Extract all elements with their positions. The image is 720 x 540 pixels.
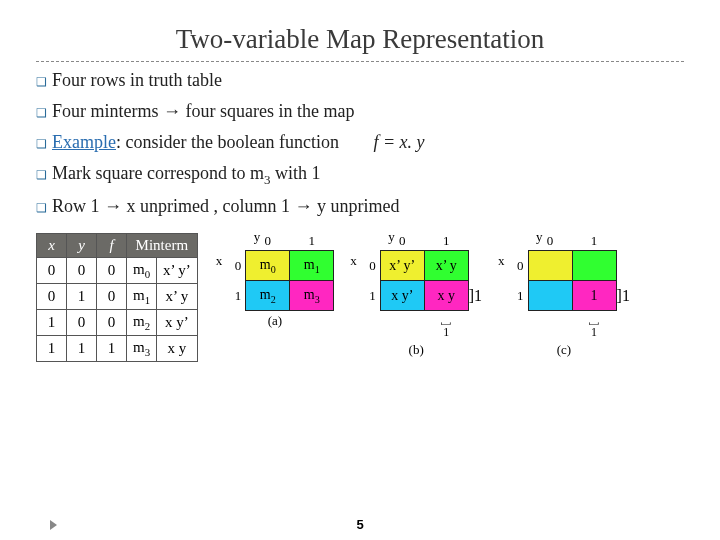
slide-title: Two-variable Map Representation bbox=[36, 24, 684, 55]
page-number: 5 bbox=[356, 517, 363, 532]
cell: 0 bbox=[67, 257, 97, 283]
kmap-cell: x’ y bbox=[424, 251, 468, 281]
example-keyword: Example bbox=[52, 132, 116, 152]
bullet-2: ❑ Four minterms → four squares in the ma… bbox=[36, 101, 684, 124]
square-bullet-icon: ❑ bbox=[36, 197, 47, 219]
cell: 1 bbox=[67, 283, 97, 309]
square-bullet-icon: ❑ bbox=[36, 71, 47, 93]
bullet-4-post: with 1 bbox=[270, 163, 320, 183]
table-row: 1 0 0 m2 x y’ bbox=[37, 309, 198, 335]
bullet-4: ❑ Mark square correspond to m3 with 1 bbox=[36, 163, 684, 188]
bullet-4-pre: Mark square correspond to m bbox=[52, 163, 264, 183]
bullet-3: ❑ Example: consider the boolean function… bbox=[36, 132, 684, 155]
bullet-2-text: Four minterms → four squares in the map bbox=[52, 101, 684, 122]
kmap-cell bbox=[528, 251, 572, 281]
cell-term: x y bbox=[157, 335, 198, 361]
cell: 0 bbox=[97, 257, 127, 283]
kmap-cell: 1 bbox=[572, 281, 616, 311]
kmap-corner: x bbox=[498, 233, 528, 251]
cell-term: x y’ bbox=[157, 309, 198, 335]
bullet-5-text: Row 1 → x unprimed , column 1 → y unprim… bbox=[52, 196, 684, 217]
cell: 0 bbox=[97, 309, 127, 335]
cell: 0 bbox=[37, 283, 67, 309]
cell: 1 bbox=[67, 335, 97, 361]
kmap-cell: x y bbox=[424, 281, 468, 311]
cell: 1 bbox=[97, 335, 127, 361]
kmap-col1: 1 bbox=[424, 233, 468, 251]
kmap-c-caption: (c) bbox=[498, 342, 630, 358]
kmap-cell: x’ y’ bbox=[380, 251, 424, 281]
kmap-c: x y0 1 0 1 1 ]1 bbox=[498, 233, 630, 359]
cell-term: x’ y bbox=[157, 283, 198, 309]
kmap-corner: x bbox=[216, 233, 246, 251]
bullet-1: ❑ Four rows in truth table bbox=[36, 70, 684, 93]
lower-row: x y f Minterm 0 0 0 m0 x’ y’ 0 1 0 m1 x’… bbox=[36, 233, 684, 362]
kmap-cell: m2 bbox=[246, 281, 290, 311]
row-bracket-icon: ]1 bbox=[468, 281, 482, 311]
row-bracket-icon: ]1 bbox=[616, 281, 630, 311]
bullet-1-text: Four rows in truth table bbox=[52, 70, 684, 91]
cell: 0 bbox=[67, 309, 97, 335]
kmap-row1: 1 bbox=[498, 281, 528, 311]
kmap-corner: x bbox=[350, 233, 380, 251]
th-minterm: Minterm bbox=[127, 233, 198, 257]
truth-table: x y f Minterm 0 0 0 m0 x’ y’ 0 1 0 m1 x’… bbox=[36, 233, 198, 362]
kmap-ylabel: y0 bbox=[380, 233, 424, 251]
cell-m: m0 bbox=[127, 257, 157, 283]
cell-m: m2 bbox=[127, 309, 157, 335]
kmap-b-caption: (b) bbox=[350, 342, 482, 358]
table-row: 1 1 1 m3 x y bbox=[37, 335, 198, 361]
cell: 1 bbox=[37, 309, 67, 335]
kmap-cell: m3 bbox=[290, 281, 334, 311]
kmap-cell bbox=[572, 251, 616, 281]
function-expr: f = x. y bbox=[343, 132, 424, 152]
cell: 0 bbox=[97, 283, 127, 309]
kmap-cell bbox=[528, 281, 572, 311]
bullet-4-text: Mark square correspond to m3 with 1 bbox=[52, 163, 684, 188]
th-y: y bbox=[67, 233, 97, 257]
bullet-3-text: Example: consider the boolean function f… bbox=[52, 132, 684, 153]
col-bracket-icon: ⎵1 bbox=[424, 311, 468, 341]
kmap-cell: m0 bbox=[246, 251, 290, 281]
kmap-col1: 1 bbox=[290, 233, 334, 251]
bullet-5: ❑ Row 1 → x unprimed , column 1 → y unpr… bbox=[36, 196, 684, 219]
cell-term: x’ y’ bbox=[157, 257, 198, 283]
table-row: 0 0 0 m0 x’ y’ bbox=[37, 257, 198, 283]
cell-m: m1 bbox=[127, 283, 157, 309]
kmap-cell: m1 bbox=[290, 251, 334, 281]
kmap-ylabel: y0 bbox=[246, 233, 290, 251]
kmap-ylabel: y0 bbox=[528, 233, 572, 251]
square-bullet-icon: ❑ bbox=[36, 102, 47, 124]
table-row: 0 1 0 m1 x’ y bbox=[37, 283, 198, 309]
kmap-row1: 1 bbox=[216, 281, 246, 311]
kmap-col1: 1 bbox=[572, 233, 616, 251]
kmap-cell: x y’ bbox=[380, 281, 424, 311]
th-x: x bbox=[37, 233, 67, 257]
square-bullet-icon: ❑ bbox=[36, 164, 47, 186]
slide-deco-icon bbox=[50, 520, 57, 530]
cell-m: m3 bbox=[127, 335, 157, 361]
square-bullet-icon: ❑ bbox=[36, 133, 47, 155]
kmap-row1: 1 bbox=[350, 281, 380, 311]
cell: 1 bbox=[37, 335, 67, 361]
th-f: f bbox=[97, 233, 127, 257]
kmap-a: x y0 1 0 m0 m1 1 m2 m3 (a) bbox=[216, 233, 335, 330]
divider bbox=[36, 61, 684, 62]
cell: 0 bbox=[37, 257, 67, 283]
kmap-row: x y0 1 0 m0 m1 1 m2 m3 (a) bbox=[216, 233, 630, 359]
kmap-b: x y0 1 0 x’ y’ x’ y 1 x y’ x y ]1 bbox=[350, 233, 482, 359]
bullet-3-body: : consider the boolean function bbox=[116, 132, 339, 152]
col-bracket-icon: ⎵1 bbox=[572, 311, 616, 341]
kmap-a-caption: (a) bbox=[216, 313, 335, 329]
